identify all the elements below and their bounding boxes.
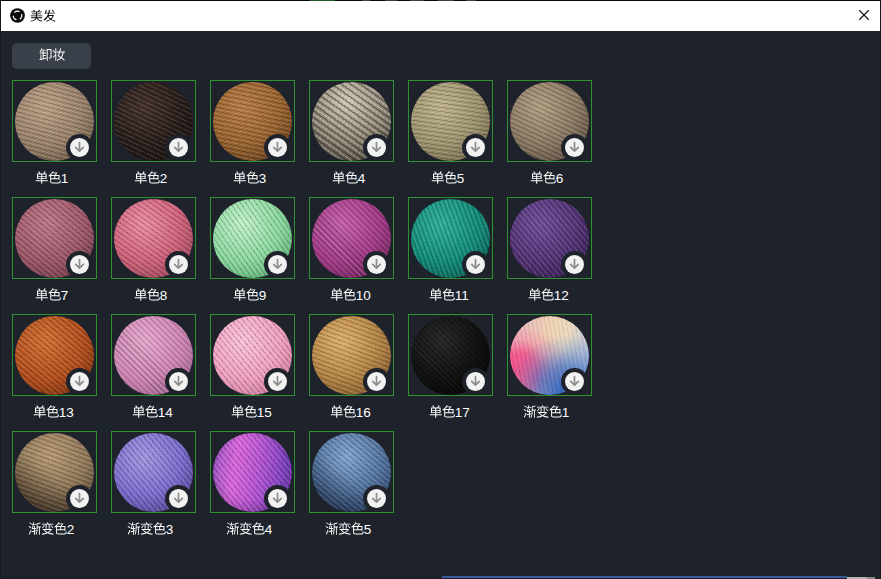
svg-text:10: 10 <box>355 288 370 303</box>
svg-text:9: 9 <box>258 288 266 303</box>
svg-text:5: 5 <box>456 171 464 186</box>
svg-text:14: 14 <box>157 405 173 420</box>
svg-text:8: 8 <box>159 288 167 303</box>
svg-text:2: 2 <box>67 522 75 537</box>
svg-text:1: 1 <box>562 405 570 420</box>
svg-text:5: 5 <box>364 522 372 537</box>
svg-text:1: 1 <box>60 171 68 186</box>
svg-text:4: 4 <box>357 171 365 186</box>
svg-text:3: 3 <box>166 522 174 537</box>
svg-text:15: 15 <box>256 405 271 420</box>
svg-text:16: 16 <box>355 405 370 420</box>
svg-text:12: 12 <box>553 288 568 303</box>
svg-text:17: 17 <box>454 405 469 420</box>
svg-text:11: 11 <box>454 288 468 303</box>
svg-text:3: 3 <box>258 171 266 186</box>
svg-text:2: 2 <box>159 171 167 186</box>
svg-text:7: 7 <box>60 288 68 303</box>
svg-text:13: 13 <box>58 405 73 420</box>
svg-text:4: 4 <box>265 522 273 537</box>
svg-text:6: 6 <box>555 171 563 186</box>
